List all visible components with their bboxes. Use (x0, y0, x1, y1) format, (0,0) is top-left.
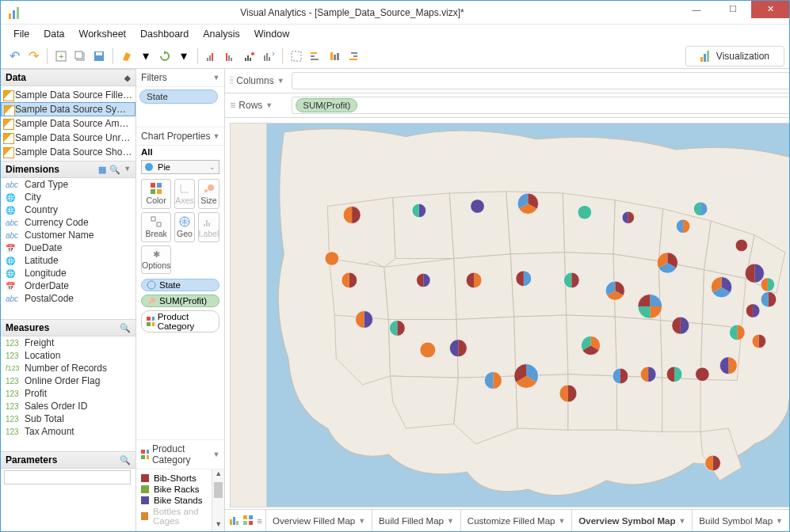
new-worksheet-icon[interactable] (228, 515, 239, 527)
pie-marker[interactable] (343, 207, 361, 224)
save-button[interactable] (90, 48, 108, 65)
parameter-input[interactable] (4, 470, 131, 484)
list-icon[interactable]: ≡ (257, 516, 262, 526)
measure-field[interactable]: 123Sub Total (1, 412, 135, 425)
dimension-field[interactable]: abcCard Type (1, 178, 135, 191)
dimension-field[interactable]: abcCustomer Name (1, 229, 135, 241)
visualization-button[interactable]: Visualization (685, 46, 784, 66)
menu-file[interactable]: File (7, 26, 36, 42)
refresh-button[interactable] (156, 48, 174, 65)
size-button[interactable]: Size (198, 179, 220, 209)
rows-pill-profit[interactable]: SUM(Profit) (296, 98, 357, 112)
geo-shelf-state[interactable]: State (141, 279, 219, 291)
chevron-down-icon[interactable]: ▼ (124, 165, 131, 175)
pie-marker[interactable] (667, 367, 683, 382)
dimension-field[interactable]: 🌐City (1, 191, 135, 203)
maximize-button[interactable]: ☐ (715, 1, 751, 18)
data-source-item[interactable]: Sample Data Source Fille… (1, 88, 135, 102)
fit-button[interactable] (288, 48, 305, 65)
align-center-button[interactable] (326, 48, 343, 65)
minimize-button[interactable]: — (678, 1, 715, 18)
undo-button[interactable]: ↶ (6, 48, 23, 65)
search-icon[interactable]: 🔍 (120, 455, 131, 466)
dimension-field[interactable]: abcCurrency Code (1, 216, 135, 229)
color-button[interactable]: Color (141, 179, 171, 209)
pie-marker[interactable] (471, 200, 485, 214)
new-sheet-button[interactable]: + (52, 48, 70, 65)
break-button[interactable]: Break (141, 212, 171, 242)
menu-dashboard[interactable]: Dashboard (134, 26, 195, 42)
label-button[interactable]: Label (198, 212, 220, 242)
auto-button[interactable]: ▾ (137, 48, 155, 65)
redo-button[interactable]: ↷ (25, 48, 42, 65)
color-shelf-category[interactable]: Product Category (141, 310, 219, 332)
dropdown-icon[interactable]: ▾ (175, 48, 193, 65)
pie-marker[interactable] (613, 368, 628, 384)
pie-marker[interactable] (514, 364, 539, 389)
rows-drop-zone[interactable]: SUM(Profit) (292, 97, 790, 114)
sort-desc-button[interactable] (241, 48, 258, 65)
pie-marker[interactable] (356, 311, 373, 329)
pie-marker[interactable] (696, 367, 710, 382)
pie-marker[interactable] (705, 455, 721, 471)
measure-field[interactable]: 123Freight (1, 336, 135, 349)
legend-item[interactable]: Bottles and Cages (141, 506, 219, 526)
data-panel-menu-icon[interactable]: ◆ (124, 74, 131, 82)
options-button[interactable]: ✱Options (141, 245, 171, 274)
geo-button[interactable]: Geo (174, 212, 194, 242)
pie-marker[interactable] (559, 385, 577, 402)
pie-marker[interactable] (325, 252, 339, 266)
search-icon[interactable]: 🔍 (109, 165, 120, 175)
pie-marker[interactable] (578, 205, 592, 219)
dimension-field[interactable]: 🌐Latitude (1, 254, 135, 267)
dimension-field[interactable]: abcPostalCode (1, 292, 135, 305)
new-dashboard-icon[interactable] (242, 515, 254, 527)
data-source-item[interactable]: Sample Data Source Sy… (1, 102, 135, 116)
legend-item[interactable]: Bike Racks (141, 484, 219, 495)
pie-marker[interactable] (420, 342, 436, 358)
sheet-tab[interactable]: Build Symbol Map▼ (693, 510, 790, 531)
align-left-button[interactable] (307, 48, 324, 65)
dimension-field[interactable]: 🌐Longitude (1, 267, 135, 279)
close-button[interactable]: ✕ (751, 1, 789, 18)
measure-field[interactable]: 123Online Order Flag (1, 374, 135, 387)
measure-field[interactable]: 123Tax Amount (1, 425, 135, 438)
chevron-down-icon[interactable]: ▼ (212, 132, 219, 140)
dimension-field[interactable]: 🌐Country (1, 203, 135, 216)
chevron-down-icon[interactable]: ▼ (212, 450, 219, 458)
highlight-button[interactable] (260, 48, 277, 65)
columns-drop-zone[interactable] (292, 72, 790, 89)
sheet-tab[interactable]: Overview Symbol Map▼ (572, 510, 693, 531)
pie-marker[interactable] (641, 367, 657, 382)
pie-marker[interactable] (582, 336, 601, 355)
measure-field[interactable]: 123Profit (1, 387, 135, 400)
menu-analysis[interactable]: Analysis (197, 26, 246, 42)
duplicate-button[interactable] (71, 48, 89, 65)
chevron-down-icon[interactable]: ▼ (212, 74, 219, 82)
dimension-field[interactable]: 📅DueDate (1, 241, 135, 254)
pie-marker[interactable] (467, 272, 483, 288)
size-shelf-profit[interactable]: SUM(Profit) (141, 294, 219, 307)
swap-button[interactable] (203, 48, 220, 65)
sort-asc-button[interactable] (222, 48, 239, 65)
sheet-tab[interactable]: Overview Filled Map▼ (266, 510, 372, 531)
menu-window[interactable]: Window (248, 26, 296, 42)
table-icon[interactable]: ▦ (98, 165, 106, 175)
menu-worksheet[interactable]: Worksheet (73, 26, 133, 42)
menu-data[interactable]: Data (37, 26, 71, 42)
filter-pill-state[interactable]: State (139, 89, 218, 104)
measure-field[interactable]: 123Location (1, 349, 135, 362)
legend-scrollbar[interactable]: ▲ ▼ (212, 469, 224, 531)
dimension-field[interactable]: 📅OrderDate (1, 279, 135, 292)
legend-item[interactable]: Bike Stands (141, 495, 219, 506)
mark-type-select[interactable]: Pie ⌄ (141, 160, 219, 174)
sheet-tab[interactable]: Customize Filled Map▼ (461, 510, 573, 531)
pie-marker[interactable] (735, 239, 747, 251)
align-right-button[interactable] (345, 48, 362, 65)
clear-button[interactable] (118, 48, 135, 65)
sheet-tab[interactable]: Build Filled Map▼ (372, 510, 461, 531)
measure-field[interactable]: 123Sales Order ID (1, 400, 135, 412)
data-source-item[interactable]: Sample Data Source Unr… (1, 131, 135, 145)
measure-field[interactable]: f123Number of Records (1, 362, 135, 374)
map-canvas[interactable] (230, 123, 790, 507)
